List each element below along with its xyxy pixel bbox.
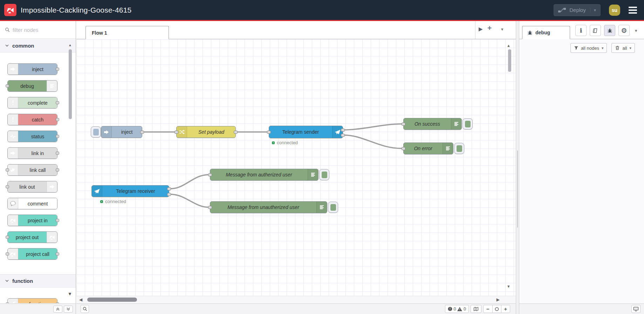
tab-debug[interactable]: debug bbox=[522, 26, 570, 39]
flow-node-set-payload[interactable]: Set payload bbox=[176, 126, 236, 138]
node-port bbox=[6, 236, 9, 239]
flow-node-message-authorized[interactable]: Message from autherized user bbox=[210, 169, 318, 181]
canvas-vscrollbar-thumb[interactable] bbox=[508, 49, 511, 72]
flow-node-telegram-sender[interactable]: Telegram sender bbox=[269, 126, 343, 138]
palette-scrollbar-thumb[interactable] bbox=[69, 49, 72, 119]
flow-node-telegram-receiver[interactable]: Telegram receiver bbox=[91, 185, 169, 197]
flow-menu-caret[interactable]: ▾ bbox=[501, 27, 503, 32]
wire[interactable] bbox=[344, 135, 402, 148]
node-port bbox=[56, 168, 59, 172]
flow-node-on-success[interactable]: On success bbox=[403, 118, 462, 130]
flow-node-inject[interactable]: inject bbox=[101, 126, 142, 138]
palette-node-debug[interactable]: debug bbox=[7, 80, 57, 92]
palette-node-link-in[interactable]: link in bbox=[7, 147, 57, 159]
output-port-2[interactable] bbox=[167, 193, 171, 196]
node-port bbox=[56, 302, 59, 303]
sidebar-tool-help-button[interactable] bbox=[590, 25, 601, 36]
palette-node-function[interactable]: f function bbox=[7, 298, 57, 303]
sidebar-tool-info-button[interactable]: i bbox=[575, 25, 587, 36]
input-port[interactable] bbox=[267, 131, 271, 134]
debug-toggle-button[interactable] bbox=[328, 202, 338, 213]
palette-node-catch[interactable]: catch bbox=[7, 114, 57, 125]
palette-node-project-in[interactable]: project in bbox=[7, 215, 57, 226]
node-port bbox=[56, 152, 59, 155]
wire[interactable] bbox=[170, 175, 209, 189]
debug-toggle-button[interactable] bbox=[319, 169, 329, 180]
palette-node-inject[interactable]: inject bbox=[7, 63, 57, 75]
collapse-all-categories-button[interactable] bbox=[53, 306, 62, 313]
node-port bbox=[6, 302, 9, 303]
palette-node-status[interactable]: status bbox=[7, 131, 57, 142]
main-menu-button[interactable] bbox=[629, 7, 637, 14]
notifications-badge[interactable]: 0 0 bbox=[445, 305, 469, 313]
node-port bbox=[56, 101, 59, 104]
toggle-navigator-button[interactable] bbox=[471, 305, 481, 313]
sidebar-splitter[interactable] bbox=[516, 21, 519, 314]
chevron-down-icon: ▾ bbox=[629, 46, 631, 50]
debug-clear-button[interactable]: all ▾ bbox=[611, 43, 635, 53]
paper-plane-icon bbox=[92, 186, 102, 197]
open-flow-list-button[interactable]: ▶ bbox=[479, 26, 483, 32]
sidebar-tool-debug-button[interactable] bbox=[604, 25, 615, 36]
flow-node-message-unauthorized[interactable]: Message from unautherized user bbox=[210, 201, 327, 213]
exclamation-icon bbox=[8, 114, 18, 125]
deploy-button[interactable]: Deploy ▾ bbox=[554, 4, 601, 16]
list-icon bbox=[451, 118, 461, 130]
sidebar-tabbar: debug i ⚙ ▾ bbox=[519, 21, 644, 39]
palette-scroll-up-arrow[interactable]: ▲ bbox=[68, 43, 72, 47]
debug-toggle-button[interactable] bbox=[463, 118, 473, 130]
palette-category-function[interactable]: function bbox=[0, 274, 76, 287]
debug-toggle-button[interactable] bbox=[454, 143, 464, 154]
tab-flow-1[interactable]: Flow 1 bbox=[85, 26, 169, 39]
output-port[interactable] bbox=[140, 131, 144, 134]
canvas-scroll-right-arrow[interactable]: ▶ bbox=[496, 297, 500, 302]
info-icon: i bbox=[580, 27, 582, 34]
palette-node-link-call[interactable]: link call bbox=[7, 164, 57, 176]
input-port[interactable] bbox=[208, 173, 212, 176]
input-port[interactable] bbox=[402, 123, 405, 126]
palette-node-comment[interactable]: comment bbox=[7, 198, 57, 209]
sidebar-tabs-caret[interactable]: ▾ bbox=[635, 28, 637, 33]
inject-trigger-button[interactable] bbox=[91, 126, 101, 138]
add-flow-button[interactable]: + bbox=[487, 24, 492, 32]
input-port[interactable] bbox=[174, 131, 178, 134]
node-red-editor: Impossible-Cackling-Goose-4615 Deploy ▾ … bbox=[0, 0, 644, 314]
canvas-scroll-up-arrow[interactable]: ▲ bbox=[507, 43, 511, 48]
user-avatar[interactable]: su bbox=[609, 5, 620, 16]
deploy-options-caret[interactable]: ▾ bbox=[590, 8, 596, 13]
input-port[interactable] bbox=[402, 147, 405, 150]
zoom-in-button[interactable]: + bbox=[501, 305, 510, 313]
link-arrow-icon bbox=[47, 181, 57, 192]
flow-node-on-error[interactable]: On error bbox=[403, 142, 453, 154]
chevron-down-icon bbox=[5, 280, 9, 282]
input-port[interactable] bbox=[208, 206, 212, 209]
output-port-1[interactable] bbox=[341, 128, 345, 132]
flow-canvas[interactable]: inject Set payload Telegram sender bbox=[76, 39, 516, 296]
palette-node-link-out[interactable]: link out bbox=[7, 181, 57, 193]
palette-node-project-out[interactable]: project out bbox=[7, 231, 57, 243]
output-port-2[interactable] bbox=[341, 134, 345, 137]
sidebar-tool-config-button[interactable]: ⚙ bbox=[618, 25, 630, 36]
canvas-scroll-down-arrow[interactable]: ▼ bbox=[507, 284, 511, 288]
circle-icon bbox=[495, 307, 499, 311]
open-debug-window-button[interactable] bbox=[631, 305, 640, 313]
palette-node-complete[interactable]: complete bbox=[7, 97, 57, 109]
canvas-scroll-left-arrow[interactable]: ◀ bbox=[79, 297, 82, 302]
palette-node-project-call[interactable]: project call bbox=[7, 248, 57, 260]
output-port[interactable] bbox=[234, 131, 238, 134]
debug-filter-button[interactable]: all nodes ▾ bbox=[570, 43, 607, 53]
wire[interactable] bbox=[344, 124, 402, 130]
expand-all-categories-button[interactable] bbox=[64, 306, 73, 313]
node-red-mark-icon bbox=[8, 215, 18, 226]
wire[interactable] bbox=[170, 194, 209, 207]
palette-filter-input[interactable] bbox=[13, 27, 62, 33]
triangle-exclamation-icon bbox=[457, 307, 462, 311]
output-port-1[interactable] bbox=[167, 187, 171, 190]
canvas-hscrollbar-thumb[interactable] bbox=[87, 298, 137, 302]
palette-category-common[interactable]: common bbox=[0, 39, 76, 53]
palette-scroll-down-arrow[interactable]: ▼ bbox=[68, 291, 72, 296]
zoom-reset-button[interactable] bbox=[492, 305, 501, 313]
search-flows-button[interactable] bbox=[81, 305, 89, 313]
magnifier-icon bbox=[5, 27, 10, 32]
zoom-out-button[interactable]: − bbox=[484, 305, 492, 313]
